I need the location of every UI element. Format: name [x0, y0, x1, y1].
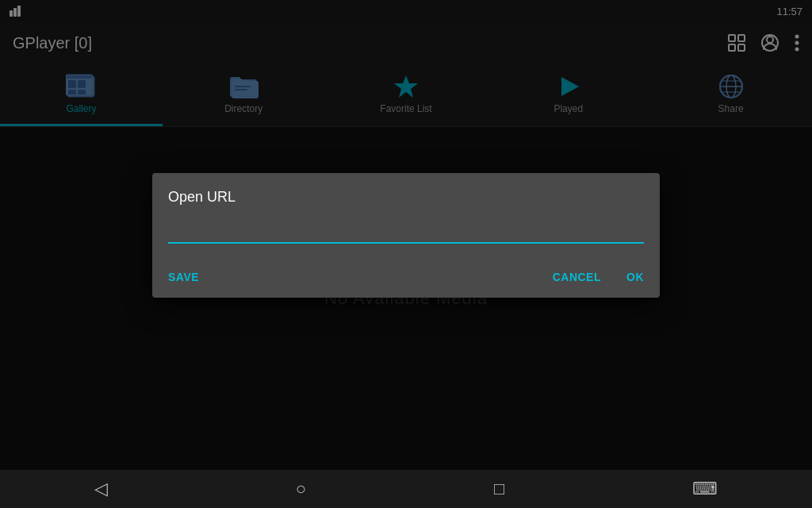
dialog-actions: SAVE CANCEL OK — [152, 260, 660, 298]
home-button[interactable]: ○ — [296, 479, 306, 499]
nav-bar: ◁ ○ □ ⌨ — [0, 470, 812, 508]
url-input[interactable] — [168, 218, 644, 244]
dialog-title: Open URL — [152, 173, 660, 212]
save-button[interactable]: SAVE — [162, 266, 205, 288]
open-url-dialog: Open URL SAVE CANCEL OK — [152, 173, 660, 298]
dialog-content — [152, 212, 660, 260]
back-button[interactable]: ◁ — [94, 479, 108, 499]
cancel-button[interactable]: CANCEL — [546, 266, 607, 288]
dialog-actions-right: CANCEL OK — [546, 266, 650, 288]
keyboard-button[interactable]: ⌨ — [692, 479, 718, 499]
dialog-overlay: Open URL SAVE CANCEL OK — [0, 0, 812, 470]
ok-button[interactable]: OK — [620, 266, 650, 288]
recent-button[interactable]: □ — [494, 479, 504, 499]
